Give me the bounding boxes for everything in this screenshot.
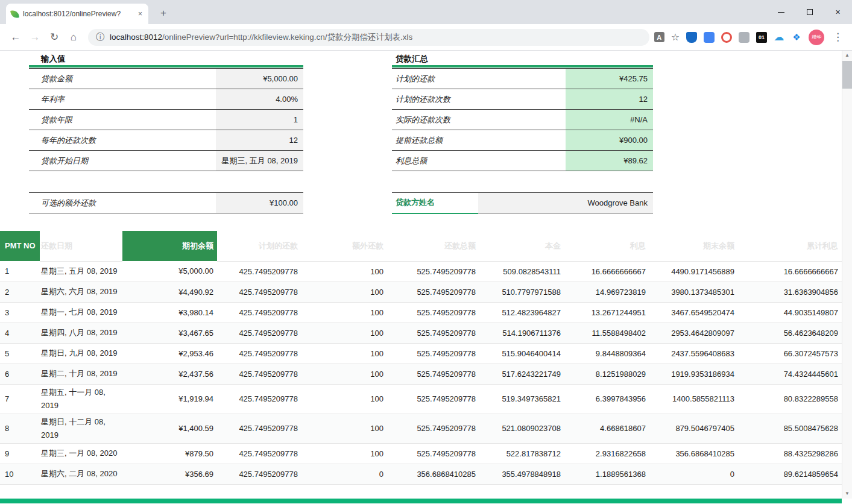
shield-extension-icon[interactable]: [686, 32, 697, 43]
kebab-menu-icon[interactable]: ⋮: [831, 31, 845, 43]
new-tab-button[interactable]: +: [156, 5, 171, 21]
cell-ending-balance: 1919.9353186934: [649, 364, 738, 384]
cell-beginning-balance: ¥3,980.14: [122, 302, 217, 323]
cell-beginning-balance: ¥356.69: [122, 464, 217, 484]
profile-avatar[interactable]: 精华: [809, 30, 824, 45]
cell-extra-payment: 100: [301, 414, 387, 443]
cell-cumulative-interest: 31.6363904856: [738, 282, 842, 302]
cell-payment-date: 星期二, 十月 08, 2019: [40, 364, 122, 384]
close-icon: ×: [835, 8, 840, 16]
column-header-interest: 利息: [564, 231, 649, 261]
cloud-extension-icon[interactable]: ☁: [774, 32, 784, 43]
loan-summary-section: 贷款汇总 计划的还款 ¥425.75 计划的还款次数 12 实际的还款次数 #N…: [392, 52, 653, 214]
input-section-title: 输入值: [29, 52, 303, 68]
minimize-button[interactable]: [767, 0, 795, 24]
row-value: #N/A: [566, 110, 653, 130]
address-bar[interactable]: ⓘ localhost:8012/onlinePreview?url=http:…: [88, 29, 649, 46]
browser-toolbar: ← → ↻ ⌂ ⓘ localhost:8012/onlinePreview?u…: [0, 24, 852, 51]
cell-principal: 514.1906711376: [479, 323, 564, 343]
cell-extra-payment: 100: [301, 343, 387, 364]
cell-beginning-balance: ¥2,953.46: [122, 343, 217, 364]
row-value: 4.00%: [216, 89, 303, 110]
schedule-row: 5 星期日, 九月 08, 2019 ¥2,953.46 425.7495209…: [0, 343, 842, 364]
cell-beginning-balance: ¥3,467.65: [122, 323, 217, 343]
toolbar-right-icons: A ☆ 01 ☁ ❖ 精华 ⋮: [654, 30, 846, 45]
cell-scheduled-payment: 425.7495209778: [217, 302, 301, 323]
schedule-row: 1 星期三, 五月 08, 2019 ¥5,000.00 425.7495209…: [0, 261, 842, 282]
kv-row: 计划的还款次数 12: [392, 89, 653, 110]
translate-icon[interactable]: A: [654, 32, 664, 42]
cell-ending-balance: 2437.5596408683: [649, 343, 738, 364]
cell-payment-date: 星期三, 五月 08, 2019: [40, 261, 122, 282]
forward-button[interactable]: →: [27, 29, 43, 46]
cell-principal: 355.4978848918: [479, 464, 564, 484]
kv-row: 年利率 4.00%: [29, 89, 303, 110]
summary-section-title: 贷款汇总: [392, 52, 653, 68]
row-value: ¥425.75: [566, 69, 653, 89]
cell-scheduled-payment: 425.7495209778: [217, 464, 301, 484]
cell-interest: 14.969723819: [564, 282, 649, 302]
kv-row: 利息总额 ¥89.62: [392, 151, 653, 171]
vertical-scrollbar[interactable]: ▲ ▼: [842, 51, 852, 499]
butterfly-extension-icon[interactable]: ❖: [791, 32, 802, 43]
spacer: [392, 171, 653, 192]
cell-interest: 16.6666666667: [564, 261, 649, 282]
column-header-total-payment: 还款总额: [387, 231, 479, 261]
refresh-button[interactable]: ↻: [46, 29, 63, 46]
maximize-icon: [807, 9, 813, 15]
row-label: 可选的额外还款: [29, 193, 216, 213]
cell-total-payment: 525.7495209778: [387, 443, 479, 464]
gray-extension-icon[interactable]: [739, 32, 749, 43]
cell-payment-date: 星期六, 二月 08, 2020: [40, 464, 122, 484]
schedule-row: 4 星期四, 八月 08, 2019 ¥3,467.65 425.7495209…: [0, 323, 842, 343]
badge-extension-icon[interactable]: 01: [756, 32, 767, 43]
cell-scheduled-payment: 425.7495209778: [217, 443, 301, 464]
cell-cumulative-interest: 89.6214859654: [738, 464, 842, 484]
cell-principal: 512.4823964827: [479, 302, 564, 323]
row-value: ¥100.00: [216, 193, 303, 213]
cell-pmt-no: 8: [0, 414, 40, 443]
kv-row: 贷款开始日期 星期三, 五月 08, 2019: [29, 151, 303, 171]
cell-ending-balance: 1400.5855821113: [649, 384, 738, 414]
bookmark-star-icon[interactable]: ☆: [671, 31, 680, 43]
cell-pmt-no: 4: [0, 323, 40, 343]
cell-ending-balance: 3980.1373485301: [649, 282, 738, 302]
cell-payment-date: 星期六, 六月 08, 2019: [40, 282, 122, 302]
column-header-scheduled-payment: 计划的还款: [217, 231, 301, 261]
scroll-up-button[interactable]: ▲: [842, 51, 852, 60]
cell-payment-date: 星期三, 一月 08, 2020: [40, 443, 122, 464]
cell-cumulative-interest: 80.8322289558: [738, 384, 842, 414]
cell-interest: 1.1889561368: [564, 464, 649, 484]
browser-tab[interactable]: localhost:8012/onlinePreview? ×: [6, 4, 148, 24]
back-button[interactable]: ←: [7, 29, 24, 46]
scroll-down-button[interactable]: ▼: [842, 489, 852, 499]
cell-cumulative-interest: 88.4325298286: [738, 443, 842, 464]
cell-total-payment: 356.6868410285: [387, 464, 479, 484]
cell-ending-balance: 356.6868410285: [649, 443, 738, 464]
row-value: 1: [216, 110, 303, 130]
kv-row: 贷款方姓名 Woodgrove Bank: [392, 193, 653, 213]
ring-extension-icon[interactable]: [721, 32, 732, 43]
info-icon[interactable]: ⓘ: [96, 32, 104, 43]
kv-row: 提前还款总额 ¥900.00: [392, 130, 653, 151]
cell-total-payment: 525.7495209778: [387, 261, 479, 282]
cell-payment-date: 星期五, 十一月 08, 2019: [40, 384, 122, 414]
kv-row: 每年的还款次数 12: [29, 130, 303, 151]
cell-beginning-balance: ¥879.50: [122, 443, 217, 464]
translate-extension-icon[interactable]: [704, 32, 715, 43]
row-label: 贷款金额: [29, 69, 216, 89]
lender-name-table: 贷款方姓名 Woodgrove Bank: [392, 192, 653, 214]
lender-value: Woodgrove Bank: [478, 193, 653, 213]
scrollbar-thumb[interactable]: [842, 61, 852, 89]
row-value: ¥900.00: [566, 130, 653, 151]
cell-scheduled-payment: 425.7495209778: [217, 343, 301, 364]
cell-extra-payment: 100: [301, 364, 387, 384]
tab-close-icon[interactable]: ×: [137, 10, 144, 18]
maximize-button[interactable]: [795, 0, 824, 24]
cell-cumulative-interest: 85.5008475628: [738, 414, 842, 443]
cell-interest: 9.8448809364: [564, 343, 649, 364]
home-button[interactable]: ⌂: [65, 29, 82, 46]
cell-beginning-balance: ¥4,490.92: [122, 282, 217, 302]
close-button[interactable]: ×: [824, 0, 852, 24]
kv-row: 贷款金额 ¥5,000.00: [29, 69, 303, 89]
